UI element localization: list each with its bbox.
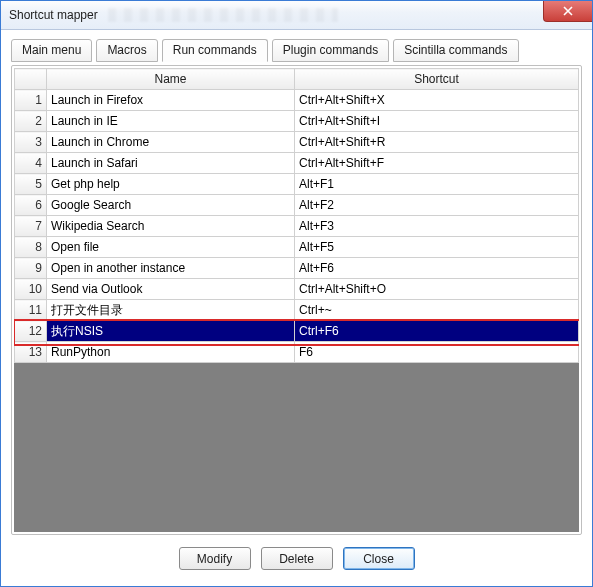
row-number: 12 (15, 321, 47, 342)
table-row[interactable]: 5Get php helpAlt+F1 (15, 174, 579, 195)
button-bar: Modify Delete Close (11, 535, 582, 576)
row-name: RunPython (47, 342, 295, 363)
row-number: 4 (15, 153, 47, 174)
table-row[interactable]: 8Open fileAlt+F5 (15, 237, 579, 258)
row-shortcut: F6 (295, 342, 579, 363)
row-shortcut: Alt+F6 (295, 258, 579, 279)
row-number: 3 (15, 132, 47, 153)
modify-button[interactable]: Modify (179, 547, 251, 570)
row-shortcut: Alt+F1 (295, 174, 579, 195)
col-header-shortcut[interactable]: Shortcut (295, 69, 579, 90)
row-number: 6 (15, 195, 47, 216)
row-name: Open file (47, 237, 295, 258)
row-number: 5 (15, 174, 47, 195)
row-number: 11 (15, 300, 47, 321)
client-area: Main menuMacrosRun commandsPlugin comman… (1, 30, 592, 586)
grid-area: Name Shortcut 1Launch in FirefoxCtrl+Alt… (14, 68, 579, 532)
table-row[interactable]: 9Open in another instanceAlt+F6 (15, 258, 579, 279)
titlebar-blur (108, 8, 338, 22)
table-row[interactable]: 4Launch in SafariCtrl+Alt+Shift+F (15, 153, 579, 174)
tab-bar: Main menuMacrosRun commandsPlugin comman… (11, 38, 582, 61)
close-icon (563, 6, 573, 16)
grid-container: Name Shortcut 1Launch in FirefoxCtrl+Alt… (11, 65, 582, 535)
table-row[interactable]: 7Wikipedia SearchAlt+F3 (15, 216, 579, 237)
table-row[interactable]: 13RunPythonF6 (15, 342, 579, 363)
row-shortcut: Ctrl+Alt+Shift+O (295, 279, 579, 300)
table-row[interactable]: 6Google SearchAlt+F2 (15, 195, 579, 216)
delete-button[interactable]: Delete (261, 547, 333, 570)
row-name: Open in another instance (47, 258, 295, 279)
table-row[interactable]: 10Send via OutlookCtrl+Alt+Shift+O (15, 279, 579, 300)
row-number: 7 (15, 216, 47, 237)
row-shortcut: Alt+F3 (295, 216, 579, 237)
row-name: Send via Outlook (47, 279, 295, 300)
row-name: Get php help (47, 174, 295, 195)
row-shortcut: Ctrl+~ (295, 300, 579, 321)
shortcut-grid[interactable]: Name Shortcut 1Launch in FirefoxCtrl+Alt… (14, 68, 579, 363)
tab-plugin-commands[interactable]: Plugin commands (272, 39, 389, 62)
row-shortcut: Ctrl+Alt+Shift+R (295, 132, 579, 153)
col-header-name[interactable]: Name (47, 69, 295, 90)
row-shortcut: Ctrl+F6 (295, 321, 579, 342)
row-shortcut: Alt+F2 (295, 195, 579, 216)
row-number: 1 (15, 90, 47, 111)
table-row[interactable]: 1Launch in FirefoxCtrl+Alt+Shift+X (15, 90, 579, 111)
row-shortcut: Ctrl+Alt+Shift+X (295, 90, 579, 111)
row-name: Wikipedia Search (47, 216, 295, 237)
window-title: Shortcut mapper (9, 8, 98, 22)
row-shortcut: Alt+F5 (295, 237, 579, 258)
row-name: Google Search (47, 195, 295, 216)
table-row[interactable]: 12执行NSISCtrl+F6 (15, 321, 579, 342)
row-number: 8 (15, 237, 47, 258)
table-row[interactable]: 3Launch in ChromeCtrl+Alt+Shift+R (15, 132, 579, 153)
row-name: Launch in Firefox (47, 90, 295, 111)
tab-run-commands[interactable]: Run commands (162, 39, 268, 62)
grid-header-row: Name Shortcut (15, 69, 579, 90)
table-row[interactable]: 11打开文件目录Ctrl+~ (15, 300, 579, 321)
close-button[interactable]: Close (343, 547, 415, 570)
row-name: 执行NSIS (47, 321, 295, 342)
row-number: 9 (15, 258, 47, 279)
close-window-button[interactable] (543, 1, 592, 22)
row-number: 2 (15, 111, 47, 132)
shortcut-mapper-window: Shortcut mapper Main menuMacrosRun comma… (0, 0, 593, 587)
table-row[interactable]: 2Launch in IECtrl+Alt+Shift+I (15, 111, 579, 132)
tab-scintilla-commands[interactable]: Scintilla commands (393, 39, 518, 62)
row-shortcut: Ctrl+Alt+Shift+F (295, 153, 579, 174)
col-header-number[interactable] (15, 69, 47, 90)
row-number: 10 (15, 279, 47, 300)
row-name: Launch in IE (47, 111, 295, 132)
titlebar[interactable]: Shortcut mapper (1, 1, 592, 30)
tab-macros[interactable]: Macros (96, 39, 157, 62)
row-number: 13 (15, 342, 47, 363)
tab-main-menu[interactable]: Main menu (11, 39, 92, 62)
row-name: Launch in Safari (47, 153, 295, 174)
row-name: Launch in Chrome (47, 132, 295, 153)
row-shortcut: Ctrl+Alt+Shift+I (295, 111, 579, 132)
row-name: 打开文件目录 (47, 300, 295, 321)
